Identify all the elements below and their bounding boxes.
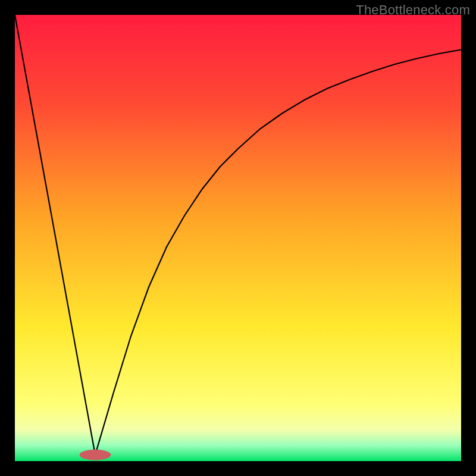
chart-frame: TheBottleneck.com xyxy=(0,0,476,476)
chart-svg xyxy=(15,15,461,461)
bottleneck-marker xyxy=(80,450,111,461)
plot-area xyxy=(15,15,461,461)
watermark-text: TheBottleneck.com xyxy=(356,2,470,18)
gradient-background xyxy=(15,15,461,461)
